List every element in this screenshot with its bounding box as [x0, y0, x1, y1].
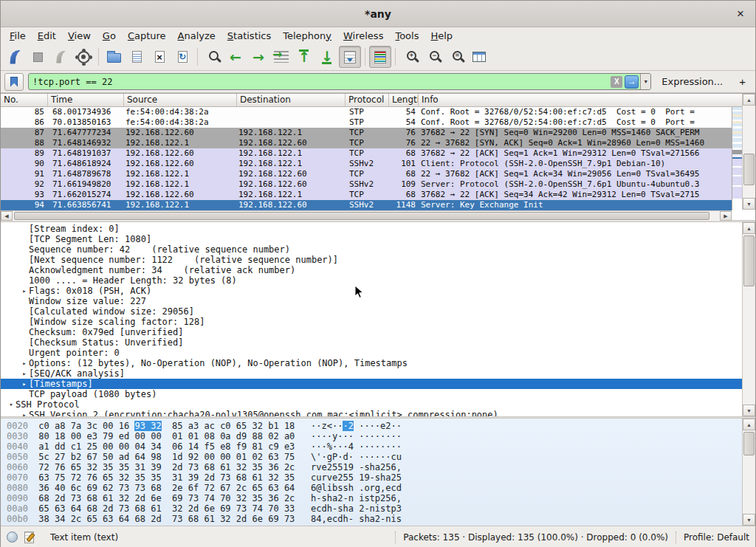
packet-row-94[interactable]: 9471.663856741192.168.122.1192.168.122.6…: [1, 200, 732, 210]
column-header-no[interactable]: No.: [1, 94, 48, 106]
hex-byte[interactable]: 64: [134, 452, 145, 462]
hex-byte[interactable]: 36: [268, 462, 278, 472]
hex-byte[interactable]: 2d: [236, 514, 247, 524]
scroll-up-button[interactable]: ▲: [743, 419, 755, 430]
hex-byte[interactable]: 65: [38, 503, 49, 514]
hex-byte[interactable]: ac: [204, 421, 214, 431]
hex-byte[interactable]: 72: [71, 472, 81, 483]
filter-apply-button[interactable]: →: [625, 75, 639, 89]
hex-byte[interactable]: 70: [220, 493, 230, 503]
hex-byte[interactable]: 32: [172, 503, 182, 514]
expression-button[interactable]: Expression...: [656, 76, 729, 87]
hex-byte[interactable]: 2d: [103, 503, 113, 514]
detail-line[interactable]: [Next sequence number: 1122 (relative se…: [1, 255, 742, 265]
hex-byte[interactable]: 68: [86, 503, 97, 514]
capture-options-button[interactable]: [72, 46, 94, 68]
filter-clear-button[interactable]: X: [611, 76, 622, 88]
hex-row[interactable]: 0040 a1 dd c1 25 00 00 04 34 06 14 f5 e8…: [7, 441, 742, 452]
close-button[interactable]: ×: [732, 5, 749, 23]
hex-byte[interactable]: 63: [55, 503, 65, 514]
hex-byte[interactable]: 6e: [151, 493, 161, 503]
hex-byte[interactable]: 35: [134, 472, 145, 483]
hex-byte[interactable]: 18: [55, 431, 65, 441]
scroll-down-button[interactable]: ▼: [743, 514, 755, 526]
hex-row[interactable]: 0080 36 40 6c 69 62 73 73 68 2e 6f 72 67…: [7, 483, 742, 493]
packet-list-hscrollbar[interactable]: ◀ ▶: [1, 210, 732, 221]
hex-byte[interactable]: 2e: [172, 483, 182, 493]
hex-byte[interactable]: 34: [55, 514, 65, 524]
menu-go[interactable]: Go: [97, 29, 122, 43]
hex-byte[interactable]: 35: [284, 472, 295, 483]
hex-byte[interactable]: 61: [103, 493, 113, 503]
detail-line[interactable]: ▸SSH Version 2 (encryption:chacha20-poly…: [1, 410, 742, 416]
scroll-right-button[interactable]: ▶: [720, 211, 732, 221]
expander-open-icon[interactable]: ▾: [7, 399, 16, 410]
hex-byte[interactable]: 6e: [204, 503, 214, 514]
scroll-left-button[interactable]: ◀: [1, 211, 13, 221]
hex-byte[interactable]: 76: [86, 472, 97, 483]
hex-byte[interactable]: 01: [172, 431, 182, 441]
hex-byte[interactable]: 31: [134, 462, 145, 472]
detail-scrollbar[interactable]: ▲ ▼: [742, 222, 755, 416]
detail-line[interactable]: ▸Options: (12 bytes), No-Operation (NOP)…: [1, 358, 742, 368]
hex-byte[interactable]: 16: [119, 421, 129, 431]
hex-byte[interactable]: 35: [103, 462, 113, 472]
scrollbar-track[interactable]: [743, 430, 755, 514]
column-header-time[interactable]: Time: [48, 94, 124, 106]
hex-byte[interactable]: 63: [268, 452, 278, 462]
detail-line[interactable]: [Window size scaling factor: 128]: [1, 317, 742, 327]
packet-row-88[interactable]: 8871.648146932192.168.122.1192.168.122.6…: [1, 138, 732, 148]
packet-row-91[interactable]: 9171.648789678192.168.122.1192.168.122.6…: [1, 169, 732, 179]
detail-line[interactable]: Checksum: 0x79ed [unverified]: [1, 327, 742, 337]
filter-bookmark-button[interactable]: [4, 73, 24, 91]
hex-byte[interactable]: 39: [151, 462, 161, 472]
hex-byte[interactable]: 35: [252, 493, 263, 503]
detail-line[interactable]: ▸[SEQ/ACK analysis]: [1, 368, 742, 379]
hex-byte[interactable]: 1d: [172, 452, 182, 462]
hex-byte[interactable]: 93: [134, 421, 145, 431]
save-file-button[interactable]: [126, 46, 148, 68]
hex-row[interactable]: 00b0 38 34 2c 65 63 64 68 2d 73 68 61 32…: [7, 514, 742, 524]
packet-row-87[interactable]: 8771.647777234192.168.122.60192.168.122.…: [1, 128, 732, 138]
hex-byte[interactable]: 50: [103, 452, 113, 462]
hex-byte[interactable]: f9: [236, 441, 247, 452]
hex-byte[interactable]: 73: [220, 472, 230, 483]
hex-byte[interactable]: 32: [151, 421, 161, 431]
hex-byte[interactable]: 08: [204, 431, 214, 441]
hex-byte[interactable]: 79: [103, 431, 113, 441]
hex-byte[interactable]: 00: [71, 431, 81, 441]
hex-row[interactable]: 00a0 65 63 64 68 2d 73 68 61 32 2d 6e 69…: [7, 503, 742, 514]
hex-byte[interactable]: c0: [38, 421, 49, 431]
hex-byte[interactable]: 32: [268, 472, 278, 483]
packet-row-90[interactable]: 9071.648618924192.168.122.60192.168.122.…: [1, 159, 732, 169]
hex-byte[interactable]: 61: [220, 462, 230, 472]
hex-byte[interactable]: 32: [252, 421, 263, 431]
hex-row[interactable]: 0030 80 18 00 e3 79 ed 00 00 01 01 08 0a…: [7, 431, 742, 441]
column-header-source[interactable]: Source: [124, 94, 237, 106]
hex-byte[interactable]: a0: [284, 431, 295, 441]
hex-byte[interactable]: e3: [86, 431, 97, 441]
hex-byte[interactable]: 00: [204, 452, 214, 462]
filter-history-dropdown[interactable]: ▼: [640, 73, 650, 90]
close-file-button[interactable]: [148, 46, 171, 68]
hex-byte[interactable]: 7a: [71, 421, 81, 431]
hex-byte[interactable]: 68: [134, 514, 145, 524]
zoom-reset-button[interactable]: =: [445, 46, 467, 68]
hex-byte[interactable]: 01: [188, 431, 199, 441]
hex-byte[interactable]: 6f: [188, 483, 199, 493]
hex-byte[interactable]: 76: [55, 462, 65, 472]
hex-byte[interactable]: 33: [284, 503, 295, 514]
hex-byte[interactable]: 31: [172, 472, 182, 483]
hex-byte[interactable]: 80: [38, 431, 49, 441]
packet-row-92[interactable]: 9271.661949820192.168.122.1192.168.122.6…: [1, 179, 732, 190]
hex-byte[interactable]: a1: [38, 441, 49, 452]
hex-row[interactable]: 0070 63 75 72 76 65 32 35 35 31 39 2d 73…: [7, 472, 742, 483]
column-header-destination[interactable]: Destination: [237, 94, 346, 106]
zoom-out-button[interactable]: −: [422, 46, 444, 68]
hex-row[interactable]: 0090 68 2d 73 68 61 32 2d 6e 69 73 74 70…: [7, 493, 742, 503]
hex-byte[interactable]: b2: [71, 452, 81, 462]
menu-capture[interactable]: Capture: [122, 29, 172, 43]
detail-line[interactable]: Acknowledgment number: 34 (relative ack …: [1, 265, 742, 275]
hex-byte[interactable]: 74: [252, 503, 263, 514]
hex-byte[interactable]: dd: [55, 441, 65, 452]
